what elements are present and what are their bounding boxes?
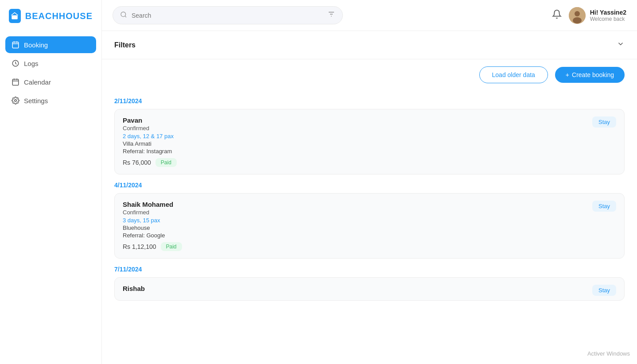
booking-amount-0: Rs 76,000 <box>123 159 151 166</box>
booking-duration-0: 2 days, 12 & 17 pax <box>123 133 177 139</box>
user-welcome: Welcome back <box>590 16 626 22</box>
topbar: Hi! Yassine2 Welcome back <box>102 0 637 31</box>
svg-line-12 <box>125 16 126 17</box>
action-buttons: Load older data + Create booking <box>102 59 637 90</box>
svg-point-18 <box>573 17 582 23</box>
svg-point-11 <box>121 12 126 17</box>
booking-referral-0: Referral: Instagram <box>123 148 177 155</box>
svg-point-17 <box>575 11 580 16</box>
sidebar-item-settings[interactable]: Settings <box>5 92 96 109</box>
avatar <box>569 7 586 24</box>
booking-type-badge-1: Stay <box>592 201 616 212</box>
booking-amount-1: Rs 1,12,100 <box>123 243 156 250</box>
sidebar-item-booking-label: Booking <box>24 41 48 49</box>
date-group-0: 2/11/2024 Pavan Confirmed 2 days, 12 & 1… <box>114 97 625 174</box>
notification-bell-icon[interactable] <box>552 9 562 22</box>
sidebar-item-logs-label: Logs <box>24 60 39 67</box>
create-booking-button[interactable]: + Create booking <box>555 67 625 83</box>
booking-status-1: Confirmed <box>123 209 182 216</box>
booking-referral-1: Referral: Google <box>123 232 182 239</box>
booking-info-1: Shaik Mohamed Confirmed 3 days, 15 pax B… <box>123 201 182 251</box>
booking-type-badge-2: Stay <box>592 285 616 296</box>
svg-point-10 <box>15 100 17 102</box>
table-row[interactable]: Rishab Stay <box>114 277 625 301</box>
logs-icon <box>12 59 19 67</box>
booking-venue-0: Villa Armati <box>123 140 177 147</box>
user-name: Hi! Yassine2 <box>590 9 626 16</box>
date-label-1: 4/11/2024 <box>114 182 625 189</box>
booking-status-0: Confirmed <box>123 125 177 132</box>
filters-title: Filters <box>114 41 136 49</box>
booking-footer-1: Rs 1,12,100 Paid <box>123 242 182 251</box>
search-input[interactable] <box>132 12 323 19</box>
plus-icon: + <box>566 71 569 78</box>
svg-rect-1 <box>12 42 19 48</box>
booking-venue-1: Bluehouse <box>123 225 182 231</box>
topbar-right: Hi! Yassine2 Welcome back <box>552 7 626 24</box>
user-info[interactable]: Hi! Yassine2 Welcome back <box>569 7 626 24</box>
create-booking-label: Create booking <box>572 71 614 78</box>
content-area: Filters Load older data + Create booking… <box>102 31 637 364</box>
logo: BEACHHOUSE <box>0 0 101 32</box>
search-icon <box>120 11 127 20</box>
sidebar-item-logs[interactable]: Logs <box>5 55 96 72</box>
booking-info-2: Rishab <box>123 285 145 293</box>
svg-rect-0 <box>12 15 18 19</box>
booking-duration-1: 3 days, 15 pax <box>123 217 182 224</box>
search-box[interactable] <box>113 6 343 24</box>
date-group-1: 4/11/2024 Shaik Mohamed Confirmed 3 days… <box>114 182 625 259</box>
settings-icon <box>12 97 19 105</box>
calendar-icon <box>12 78 19 86</box>
date-label-0: 2/11/2024 <box>114 97 625 105</box>
sidebar-item-calendar[interactable]: Calendar <box>5 74 96 90</box>
sidebar: BEACHHOUSE Booking Logs Calendar Setting… <box>0 0 102 364</box>
table-row[interactable]: Shaik Mohamed Confirmed 3 days, 15 pax B… <box>114 193 625 259</box>
booking-icon <box>12 41 19 49</box>
filter-icon[interactable] <box>327 10 335 20</box>
payment-status-badge-1: Paid <box>161 242 182 251</box>
filters-chevron-icon[interactable] <box>617 40 625 50</box>
main-content: Hi! Yassine2 Welcome back Filters Load o… <box>102 0 637 364</box>
payment-status-badge-0: Paid <box>155 158 177 167</box>
user-text: Hi! Yassine2 Welcome back <box>590 9 626 22</box>
logo-text: BEACHHOUSE <box>25 11 93 21</box>
booking-footer-0: Rs 76,000 Paid <box>123 158 177 167</box>
booking-type-badge-0: Stay <box>592 116 616 128</box>
load-older-data-button[interactable]: Load older data <box>479 66 548 83</box>
booking-name-1: Shaik Mohamed <box>123 201 182 208</box>
booking-name-2: Rishab <box>123 285 145 292</box>
booking-name-0: Pavan <box>123 116 177 124</box>
sidebar-item-booking[interactable]: Booking <box>5 36 96 53</box>
date-label-2: 7/11/2024 <box>114 266 625 273</box>
date-group-2: 7/11/2024 Rishab Stay <box>114 266 625 301</box>
svg-rect-6 <box>12 79 19 85</box>
logo-icon <box>9 9 21 23</box>
booking-info-0: Pavan Confirmed 2 days, 12 & 17 pax Vill… <box>123 116 177 167</box>
table-row[interactable]: Pavan Confirmed 2 days, 12 & 17 pax Vill… <box>114 109 625 174</box>
sidebar-nav: Booking Logs Calendar Settings <box>0 32 101 113</box>
booking-list: 2/11/2024 Pavan Confirmed 2 days, 12 & 1… <box>102 97 637 313</box>
filters-bar: Filters <box>102 31 637 59</box>
sidebar-item-settings-label: Settings <box>24 97 48 105</box>
sidebar-item-calendar-label: Calendar <box>24 78 51 86</box>
